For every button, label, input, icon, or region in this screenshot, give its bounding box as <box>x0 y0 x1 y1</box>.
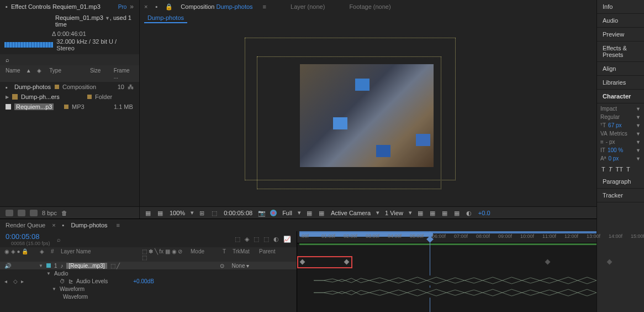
align-panel-tab[interactable]: Align <box>597 62 644 76</box>
disclosure-icon[interactable]: ▼ <box>46 271 51 276</box>
composition-tab[interactable]: Composition Dump-photos <box>181 3 252 10</box>
disclosure-icon[interactable]: ▼ <box>52 287 56 292</box>
allcaps-button[interactable]: TT <box>615 166 622 173</box>
prev-keyframe-icon[interactable]: ◂ <box>4 278 10 284</box>
panel-icon: ▪ <box>6 3 8 10</box>
libraries-panel-tab[interactable]: Libraries <box>597 76 644 90</box>
leading-value[interactable]: - px <box>606 139 615 145</box>
stopwatch-icon[interactable]: ⏱ <box>60 278 65 284</box>
parent-dropdown[interactable]: None ▾ <box>228 263 254 269</box>
info-panel-tab[interactable]: Info <box>597 0 644 14</box>
graph-editor-icon[interactable]: 📈 <box>283 236 291 243</box>
effects-presets-tab[interactable]: Effects & Presets <box>597 41 644 62</box>
parent-pickwhip-icon[interactable]: ⊙ <box>220 263 224 269</box>
trash-icon[interactable]: 🗑 <box>61 210 67 216</box>
composition-viewer[interactable] <box>140 24 597 206</box>
project-item-comp[interactable]: ▪ Dump-photos Composition 10 ⁂ <box>0 82 139 92</box>
paragraph-panel-tab[interactable]: Paragraph <box>597 175 644 189</box>
draft3d-icon[interactable]: ◈ <box>245 236 249 243</box>
3d-icon[interactable]: ▦ <box>319 210 325 216</box>
baseline-value[interactable]: 0 px <box>608 155 619 162</box>
type-style-buttons: T T TT T <box>597 164 644 175</box>
grid-icon[interactable]: ⊞ <box>199 210 206 216</box>
vscale-value[interactable]: 100 % <box>608 147 623 153</box>
region-icon[interactable] <box>270 210 277 216</box>
time-ruler[interactable]: :00f 01:00f 02:00f 03:00f 04:00f 05:00f … <box>297 231 597 243</box>
italic-button[interactable]: T <box>609 166 613 173</box>
mask-icon[interactable]: ⬚ <box>212 210 218 216</box>
comp-settings-icon[interactable]: ⁂ <box>128 84 134 91</box>
tab-menu-icon[interactable]: ≡ <box>263 3 266 10</box>
font-size-value[interactable]: 67 px <box>608 122 621 128</box>
snapshot-icon[interactable]: 📷 <box>258 210 265 216</box>
lock-icon[interactable]: 🔒 <box>165 3 173 11</box>
layer-disclosure-icon[interactable]: ▼ <box>39 263 43 268</box>
project-item-folder[interactable]: ▶ Dump-ph...ers Folder <box>0 92 139 102</box>
flowchart-icon[interactable]: ▦ <box>454 210 461 216</box>
resolution-dropdown[interactable]: Full <box>282 210 292 216</box>
timeline-icon[interactable]: ▦ <box>442 210 448 216</box>
camera-dropdown[interactable]: Active Camera <box>331 210 371 216</box>
character-panel-tab[interactable]: Character <box>597 90 644 103</box>
reset-exposure-icon[interactable]: ◐ <box>466 210 473 216</box>
font-style-dropdown[interactable]: Regular▼ <box>600 114 641 120</box>
pixel-aspect-icon[interactable]: ▦ <box>418 210 424 216</box>
panel-grip-icon[interactable]: ▪ <box>155 3 157 10</box>
smallcaps-button[interactable]: T <box>626 166 630 173</box>
tab-menu-icon[interactable]: ≡ <box>117 222 120 228</box>
motion-blur-icon[interactable]: ◐ <box>273 236 279 243</box>
fast-preview-icon[interactable]: ▦ <box>430 210 436 216</box>
interpret-icon[interactable] <box>6 210 13 216</box>
render-queue-tab[interactable]: Render Queue <box>6 222 45 228</box>
comp-breadcrumb[interactable]: Dump-photos <box>144 14 187 23</box>
audio-levels-keyframe-lane[interactable] <box>297 258 597 267</box>
add-keyframe-icon[interactable]: ◇ <box>13 278 18 284</box>
new-comp-icon[interactable] <box>30 210 38 216</box>
audio-panel-tab[interactable]: Audio <box>597 14 644 28</box>
font-family-dropdown[interactable]: Impact▼ <box>600 106 641 112</box>
layer-color-swatch[interactable] <box>46 263 51 268</box>
layer-name[interactable]: [Requie...mp3] <box>66 263 107 269</box>
audio-levels-value[interactable]: +0.00dB <box>133 278 154 284</box>
view-layout[interactable]: 1 View <box>385 210 403 216</box>
audio-group-row[interactable]: ▼ Audio <box>0 269 297 277</box>
tab-close-icon[interactable]: × <box>52 222 55 228</box>
current-timecode[interactable]: 0:00:05:08 <box>6 232 50 241</box>
viewer-timecode[interactable]: 0:00:05:08 <box>224 210 252 216</box>
layer-tab[interactable]: Layer (none) <box>291 3 325 10</box>
waveform-group-row[interactable]: ▼ Waveform <box>0 285 297 293</box>
close-tab-icon[interactable]: × <box>144 3 147 10</box>
footage-tab[interactable]: Footage (none) <box>349 3 390 10</box>
tracker-panel-tab[interactable]: Tracker <box>597 189 644 202</box>
exposure-value[interactable]: +0.0 <box>478 210 490 216</box>
layer-index: 1 <box>54 263 57 269</box>
new-folder-icon[interactable] <box>18 210 25 216</box>
timeline-layer-row[interactable]: 🔊 ▼ 1 ♪ [Requie...mp3] ⬚ ╱ ⊙ None ▾ <box>0 262 297 269</box>
next-keyframe-icon[interactable]: ▸ <box>21 278 27 284</box>
shy-icon[interactable]: ⬚ <box>254 236 259 243</box>
playhead[interactable] <box>430 231 430 312</box>
project-item-audio[interactable]: Requiem...p3 MP3 1.1 MB <box>0 102 139 112</box>
expression-icon[interactable]: ⊵ <box>68 278 73 284</box>
keyframe[interactable] <box>545 259 551 265</box>
preview-panel-tab[interactable]: Preview <box>597 28 644 41</box>
bpc-toggle[interactable]: 8 bpc <box>42 210 57 216</box>
audio-enable-icon[interactable]: 🔊 <box>4 263 11 269</box>
channel-icon[interactable]: ▦ <box>157 210 164 216</box>
timeline-comp-tab[interactable]: Dump-photos <box>71 222 108 228</box>
kerning-value[interactable]: Metrics <box>610 131 627 137</box>
comp-mini-flowchart-icon[interactable]: ⬚ <box>235 236 240 243</box>
bold-button[interactable]: T <box>601 166 605 173</box>
audio-format-meta: 32.000 kHz / 32 bit U / Stereo <box>56 38 135 51</box>
disclosure-icon[interactable]: ▶ <box>6 95 9 100</box>
transparency-icon[interactable]: ▦ <box>307 210 313 216</box>
source-file-line[interactable]: Requiem_01.mp3 ▼, used 1 time <box>0 13 139 29</box>
audio-levels-row[interactable]: ◂ ◇ ▸ ⏱ ⊵ Audio Levels +0.00dB <box>0 277 297 285</box>
alpha-icon[interactable]: ▦ <box>145 210 152 216</box>
expand-icon[interactable]: » <box>130 3 134 11</box>
project-search[interactable]: ⌕ <box>0 54 139 65</box>
timeline-search-icon[interactable]: ⌕ <box>57 236 61 243</box>
frame-blend-icon[interactable]: ⬚ <box>263 236 269 243</box>
timeline-track-area[interactable]: :00f 01:00f 02:00f 03:00f 04:00f 05:00f … <box>297 231 597 312</box>
zoom-level[interactable]: 100% <box>170 210 185 216</box>
